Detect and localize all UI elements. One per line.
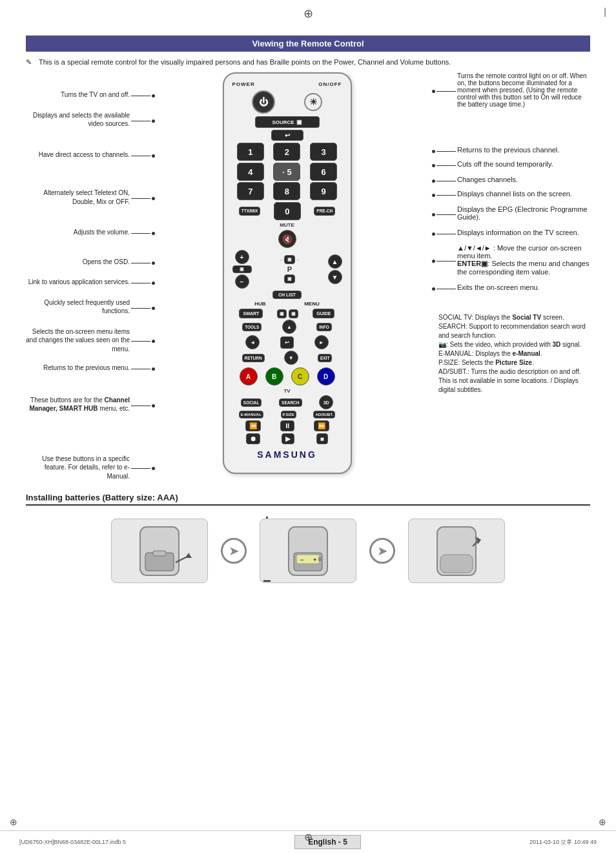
stop-button[interactable]: ■ — [316, 433, 328, 444]
ttx-button[interactable]: TTX/MIX — [239, 207, 261, 216]
play-button[interactable]: ▶ — [282, 433, 294, 444]
info-button[interactable]: INFO — [316, 323, 332, 331]
battery-img-2: − + — [260, 519, 356, 583]
p-label: P — [287, 265, 292, 273]
nav-right-button[interactable]: ► — [314, 335, 329, 349]
search-button[interactable]: SEARCH — [279, 398, 302, 407]
onoff-button[interactable]: ☀ — [304, 93, 322, 111]
svg-marker-2 — [185, 553, 192, 558]
arrow-1: ➤ — [221, 538, 247, 564]
rlabel-nav: ▲/▼/◄/► : Move the cursor on-screen menu… — [457, 244, 590, 276]
nav-left-button[interactable]: ◄ — [245, 335, 260, 349]
hub-label: HUB — [254, 301, 265, 307]
ch-down-button[interactable]: ▼ — [328, 270, 342, 284]
label-tools-item: Quickly select frequently used functions… — [26, 298, 155, 318]
bottom-left-mark: ⊕ — [10, 817, 17, 827]
rlabel-guide-item: Displays the EPG (Electronic Programme G… — [432, 205, 590, 223]
power-label: POWER — [232, 81, 255, 87]
label-osd-item: Opens the OSD. — [26, 258, 155, 269]
emanual-button[interactable]: E-MANUAL — [239, 411, 263, 418]
return-button[interactable]: RETURN — [242, 354, 265, 362]
adsubt-button[interactable]: AD/SUBT. — [313, 411, 335, 418]
battery-img-2-wrapper: + − + − — [260, 519, 356, 583]
rlabel-ch-item: Changes channels. — [432, 176, 590, 186]
psize-button[interactable]: P.SIZE — [281, 411, 296, 418]
btn-b[interactable]: B — [265, 367, 283, 385]
nav-up-button[interactable]: ▲ — [282, 320, 296, 334]
battery-svg-1 — [121, 524, 198, 579]
p-display: ▣ — [284, 274, 295, 283]
btn-1[interactable]: 1 — [237, 143, 264, 161]
rlabel-exit-item: Exits the on-screen menu. — [432, 283, 590, 294]
remote-control: POWER ON/OFF ⏻ ☀ SOURCE ▣ ↩ — [223, 72, 365, 474]
ff-button[interactable]: ⏩ — [314, 420, 329, 431]
minus-bottom: − — [263, 573, 271, 590]
svg-text:−: − — [300, 557, 303, 563]
btn-5[interactable]: · 5 — [273, 163, 300, 181]
prech-button[interactable]: PRE-CH — [314, 207, 335, 216]
samsung-logo: SAMSUNG — [229, 449, 345, 460]
record-button[interactable]: ⏺ — [246, 433, 260, 444]
label-power: Turns the TV on and off. — [61, 90, 130, 99]
page-title: Viewing the Remote Control — [26, 36, 590, 52]
menu-label: MENU — [304, 301, 320, 307]
label-menu: Selects the on-screen menu items and cha… — [26, 327, 130, 354]
ch-up-button[interactable]: ▲ — [328, 254, 342, 269]
vol-down-button[interactable]: − — [235, 274, 249, 289]
btn-6[interactable]: 6 — [310, 163, 337, 181]
btn-2[interactable]: 2 — [273, 143, 300, 161]
btn-4[interactable]: 4 — [237, 163, 264, 181]
battery-section: Installing batteries (Battery size: AAA)… — [26, 493, 590, 590]
exit-button[interactable]: EXIT — [318, 354, 332, 362]
top-right-line: | — [604, 6, 606, 17]
3d-button[interactable]: 3D — [319, 395, 333, 409]
enter-button[interactable]: ↩ — [280, 336, 294, 349]
svg-rect-11 — [440, 555, 473, 573]
label-vol-item: Adjusts the volume. — [26, 228, 155, 240]
pause-button[interactable]: ⏸ — [280, 420, 294, 431]
back-button[interactable]: ↩ — [271, 130, 303, 141]
rlabel-social: SOCIAL TV: Displays the Social TV screen… — [438, 314, 586, 393]
power-button[interactable]: ⏻ — [252, 90, 275, 114]
btn-d[interactable]: D — [317, 367, 335, 385]
rlabel-guide: Displays the EPG (Electronic Programme G… — [457, 205, 590, 221]
rlabel-prech: Returns to the previous channel. — [457, 146, 559, 154]
vol-up-button[interactable]: + — [235, 250, 249, 264]
smart-icon1[interactable]: ▣ — [277, 309, 287, 318]
left-labels-column: Turns the TV on and off. Displays and se… — [26, 72, 158, 483]
rlabel-ch: Changes channels. — [457, 176, 518, 183]
btn-3[interactable]: 3 — [310, 143, 337, 161]
label-osd: Opens the OSD. — [83, 258, 130, 267]
rlabel-prech-item: Returns to the previous channel. — [432, 146, 590, 156]
smart-icon2[interactable]: ▣ — [289, 309, 298, 318]
btn-7[interactable]: 7 — [237, 182, 264, 200]
mute-button[interactable]: 🔇 — [278, 230, 296, 248]
rlabel-mute-item: Cuts off the sound temporarily. — [432, 160, 590, 170]
label-feature-item: Use these buttons in a specific feature.… — [26, 455, 155, 484]
source-button[interactable]: SOURCE ▣ — [255, 116, 320, 128]
btn-a[interactable]: A — [240, 367, 258, 385]
svg-rect-7 — [318, 557, 322, 561]
btn-8[interactable]: 8 — [273, 182, 300, 200]
label-source: Displays and selects the available video… — [26, 111, 130, 128]
smart-button[interactable]: SMART — [239, 309, 263, 318]
rlabel-onoff-item: Turns the remote control light on or off… — [432, 72, 590, 110]
nav-down-button[interactable]: ▼ — [284, 351, 298, 365]
center-display: ▣ — [284, 255, 295, 264]
tools-button[interactable]: TOOLS — [242, 323, 262, 331]
social-button[interactable]: SOCIAL — [241, 398, 262, 407]
btn-c[interactable]: C — [291, 367, 309, 385]
label-smart-item: Link to various application services. — [26, 278, 155, 289]
btn-0[interactable]: 0 — [274, 202, 301, 220]
btn-9[interactable]: 9 — [310, 182, 337, 200]
rlabel-info-item: Displays information on the TV screen. — [432, 229, 590, 239]
rlabel-mute: Cuts off the sound temporarily. — [457, 160, 553, 168]
label-ttx: Alternately select Teletext ON, Double, … — [26, 189, 130, 206]
label-ttx-item: Alternately select Teletext ON, Double, … — [26, 189, 155, 209]
battery-img-3 — [408, 519, 505, 583]
chlist-button[interactable]: CH LIST — [272, 291, 302, 299]
rlabel-chlist-item: Displays channel lists on the screen. — [432, 190, 590, 200]
guide-button[interactable]: GUIDE — [313, 309, 334, 318]
rewind-button[interactable]: ⏪ — [245, 420, 261, 431]
note-text: This is a special remote control for the… — [26, 58, 590, 66]
